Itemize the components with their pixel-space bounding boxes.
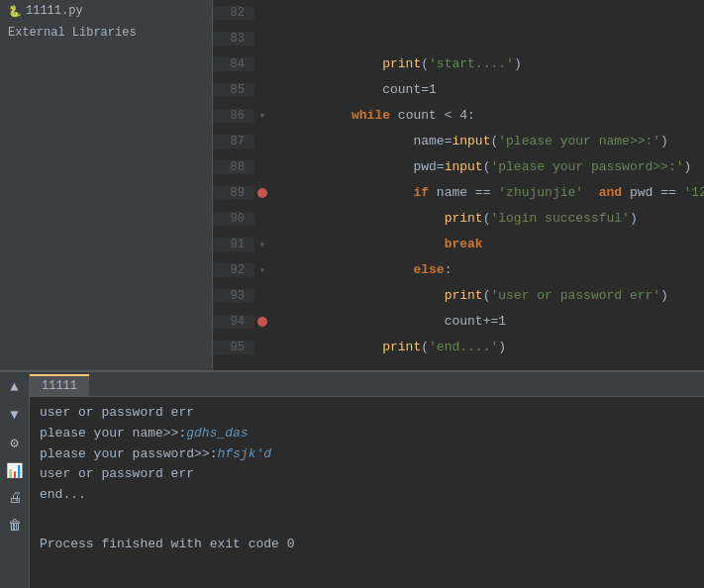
settings-icon[interactable]: ⚙	[4, 432, 26, 453]
fold-arrow-icon[interactable]: ▾	[259, 110, 265, 122]
line-gutter	[254, 317, 270, 327]
line-number: 83	[213, 32, 254, 46]
code-editor: 82 83 84 print('start....') 85	[213, 0, 704, 370]
sidebar-file-label: 11111.py	[26, 4, 83, 18]
code-lines-container: 82 83 84 print('start....') 85	[213, 0, 704, 370]
line-number: 90	[213, 212, 254, 226]
top-area: 🐍 11111.py External Libraries 82 83 84	[0, 0, 704, 370]
process-exit-line: Process finished with exit code 0	[40, 535, 694, 555]
line-gutter: ▾	[254, 264, 270, 276]
token-function: print	[382, 340, 421, 354]
console-input-value: hfsjk'd	[217, 446, 271, 461]
line-number: 91	[213, 238, 254, 251]
run-down-icon[interactable]: ▼	[4, 404, 26, 426]
line-number: 95	[213, 341, 254, 354]
breakpoint-icon[interactable]	[257, 188, 267, 198]
bottom-toolbar: ▲ ▼ ⚙ 📊 🖨 🗑	[0, 372, 30, 588]
line-number: 92	[213, 263, 254, 277]
line-gutter	[254, 188, 270, 198]
console-line: user or password err	[40, 403, 694, 424]
console-line: please your password>>:hfsjk'd	[40, 444, 694, 465]
console-tab[interactable]: 11111	[30, 374, 89, 396]
line-number: 89	[213, 186, 254, 200]
sidebar-ext-libraries: External Libraries	[0, 22, 212, 44]
line-number: 94	[213, 315, 254, 329]
chart-icon[interactable]: 📊	[4, 459, 26, 481]
line-number: 88	[213, 160, 254, 174]
python-file-icon: 🐍	[8, 5, 22, 18]
sidebar-file-item[interactable]: 🐍 11111.py	[0, 0, 212, 22]
line-number: 84	[213, 57, 254, 71]
line-number: 87	[213, 135, 254, 148]
sidebar: 🐍 11111.py External Libraries	[0, 0, 213, 370]
breakpoint-icon[interactable]	[257, 317, 267, 327]
line-number: 85	[213, 83, 254, 97]
console-line	[40, 506, 694, 527]
trash-icon[interactable]: 🗑	[4, 515, 26, 537]
fold-arrow-icon[interactable]: ▾	[259, 264, 265, 276]
line-number: 82	[213, 6, 254, 20]
bottom-content: 11111 user or password err please your n…	[30, 372, 704, 588]
console-line: end...	[40, 485, 694, 506]
line-gutter: ▾	[254, 239, 270, 250]
fold-arrow-icon[interactable]: ▾	[259, 239, 265, 250]
table-row: 82	[213, 0, 704, 26]
line-gutter: ▾	[254, 110, 270, 122]
line-number: 86	[213, 109, 254, 123]
console-line: user or password err	[40, 464, 694, 485]
line-number: 93	[213, 289, 254, 303]
run-up-icon[interactable]: ▲	[4, 376, 26, 398]
table-row: 95 print('end....')	[213, 335, 704, 360]
bottom-panel: ▲ ▼ ⚙ 📊 🖨 🗑 11111 user or password err p…	[0, 370, 704, 588]
code-content: print('end....')	[270, 309, 704, 370]
print-icon[interactable]: 🖨	[4, 487, 26, 509]
bottom-tab-bar: 11111	[30, 372, 704, 397]
console-output: user or password err please your name>>:…	[30, 397, 704, 588]
console-line: please your name>>:gdhs_das	[40, 424, 694, 444]
console-input-value: gdhs_das	[186, 426, 248, 441]
token-string: 'end....'	[429, 340, 498, 354]
